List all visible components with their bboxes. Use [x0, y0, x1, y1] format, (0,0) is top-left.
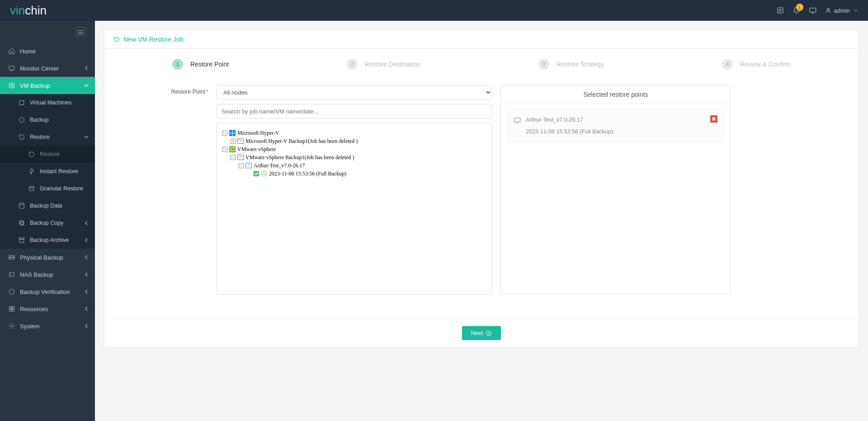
svg-rect-8 [9, 66, 14, 70]
svg-rect-27 [12, 309, 14, 312]
tree-node-hyperv-job[interactable]: Microsoft Hyper-V Backup1(Job has been d… [245, 137, 358, 145]
selected-vm-detail: 2023-11-08 15:53:56 (Full Backup) [526, 127, 613, 136]
user-name: admin [834, 7, 850, 14]
tree-collapse-icon[interactable]: − [239, 163, 244, 168]
sidebar-item-label: Monitor Center [20, 65, 59, 72]
selected-vm-name: Arthur-Test_v7.0-26.17 [526, 115, 613, 124]
sidebar-toggle[interactable] [75, 27, 86, 37]
sidebar-item-label: System [20, 323, 39, 330]
chevron-down-icon [84, 83, 89, 88]
step-review-confirm[interactable]: 4 Review & Confirm [722, 59, 791, 70]
vm-icon [18, 99, 25, 106]
svg-point-23 [10, 274, 11, 274]
remove-selected-button[interactable] [710, 115, 717, 123]
sidebar-item-granular-restore[interactable]: Granular Restore [0, 180, 95, 197]
sidebar-item-resources[interactable]: Resources [0, 300, 95, 317]
tree-node-vsphere[interactable]: VMware vSphere [237, 146, 276, 153]
svg-point-12 [19, 118, 24, 123]
tree-collapse-icon[interactable]: − [222, 147, 227, 152]
verification-icon [8, 288, 15, 295]
tree-node-vm[interactable]: Arthur-Test_v7.0-26.17 [254, 162, 305, 169]
search-input[interactable] [217, 104, 492, 118]
sidebar-item-restore[interactable]: Restore [0, 128, 95, 146]
arrow-right-circle-icon [486, 330, 492, 336]
svg-point-31 [486, 331, 491, 336]
sidebar-item-label: Granular Restore [40, 185, 83, 192]
vm-icon [513, 116, 521, 123]
chevron-left-icon [84, 221, 89, 225]
step-label: Review & Confirm [740, 61, 791, 68]
step-label: Restore Destination [365, 61, 420, 68]
sidebar-item-label: Restore [30, 134, 50, 140]
monitor-icon[interactable] [809, 6, 817, 14]
svg-rect-25 [12, 307, 14, 309]
restore-point-tree[interactable]: − Microsoft Hyper-V + Microsoft Hyper-V … [217, 123, 492, 295]
sidebar-item-label: NAS Backup [20, 271, 53, 278]
sidebar-item-instant-restore[interactable]: Instant Restore [0, 163, 95, 180]
vmware-icon [229, 146, 236, 152]
home-icon [8, 47, 15, 55]
resources-icon [8, 305, 15, 312]
svg-point-28 [11, 325, 13, 327]
sidebar-item-backup-archive[interactable]: Backup Archive [0, 232, 95, 249]
sidebar-item-nas-backup[interactable]: NAS Backup [0, 266, 95, 283]
chevron-left-icon [84, 255, 89, 260]
chevron-left-icon [84, 289, 89, 294]
sidebar-item-vm-backup[interactable]: VM Backup [0, 77, 95, 94]
step-label: Restore Strategy [557, 61, 604, 68]
tree-node-restore-point[interactable]: 2023-11-08 15:53:56 (Full Backup) [269, 170, 346, 177]
page-title-bar: New VM Restore Job [104, 30, 859, 49]
tree-collapse-icon[interactable]: − [231, 155, 236, 160]
logo[interactable]: vinchin [10, 4, 47, 18]
clock-icon [261, 170, 267, 177]
chevron-left-icon [84, 272, 89, 277]
sidebar-item-restore-sub[interactable]: Restore [0, 146, 95, 163]
sidebar-item-physical-backup[interactable]: Physical Backup [0, 249, 95, 266]
svg-point-15 [19, 203, 24, 205]
backup-icon [18, 116, 25, 123]
tree-node-hyperv[interactable]: Microsoft Hyper-V [237, 129, 279, 137]
notification-badge: 1 [796, 4, 803, 11]
step-restore-destination[interactable]: 2 Restore Destination [347, 59, 420, 70]
granular-restore-icon [28, 185, 35, 192]
chevron-left-icon [84, 307, 89, 311]
sidebar-item-home[interactable]: Home [0, 43, 95, 60]
monitor-center-icon [8, 65, 15, 72]
restore-icon [28, 151, 35, 158]
page-title: New VM Restore Job [123, 36, 183, 43]
step-restore-point[interactable]: 1 Restore Point [172, 59, 229, 70]
sidebar-item-label: Restore [40, 151, 60, 157]
svg-rect-16 [19, 221, 23, 224]
logo-part1: vin [10, 4, 25, 18]
sidebar-item-virtual-machines[interactable]: Virtual Machines [0, 94, 95, 111]
restore-icon [113, 36, 120, 43]
physical-backup-icon [8, 254, 15, 261]
wizard-steps: 1 Restore Point 2 Restore Destination 3 … [163, 59, 800, 85]
svg-rect-13 [29, 186, 33, 190]
tree-node-vsphere-job[interactable]: VMware vSphere Backup1(Job has been dele… [245, 154, 354, 161]
tree-expand-icon[interactable]: + [231, 139, 236, 144]
checkbox-checked-icon[interactable] [254, 171, 259, 176]
log-icon[interactable] [776, 6, 784, 14]
node-select[interactable]: All nodes [217, 85, 492, 99]
vm-backup-icon [8, 82, 15, 89]
sidebar-item-backup-copy[interactable]: Backup Copy [0, 214, 95, 232]
svg-rect-29 [514, 118, 520, 122]
sidebar-item-system[interactable]: System [0, 317, 95, 335]
bell-icon[interactable]: 1 [793, 6, 801, 14]
svg-point-7 [827, 8, 829, 10]
gear-icon [8, 322, 15, 330]
instant-restore-icon [28, 168, 35, 175]
selected-restore-point-item: Arthur-Test_v7.0-26.17 2023-11-08 15:53:… [507, 109, 724, 142]
user-menu[interactable]: admin [825, 7, 858, 14]
sidebar-item-backup[interactable]: Backup [0, 111, 95, 128]
svg-rect-24 [9, 307, 12, 309]
step-restore-strategy[interactable]: 3 Restore Strategy [538, 59, 604, 70]
backup-archive-icon [18, 237, 25, 244]
sidebar-item-backup-data[interactable]: Backup Data [0, 197, 95, 214]
chevron-down-icon [84, 135, 89, 139]
sidebar-item-monitor-center[interactable]: Monitor Center [0, 60, 95, 77]
sidebar-item-backup-verification[interactable]: Backup Verification [0, 283, 95, 300]
tree-collapse-icon[interactable]: − [222, 131, 227, 136]
next-button[interactable]: Next [462, 326, 501, 340]
